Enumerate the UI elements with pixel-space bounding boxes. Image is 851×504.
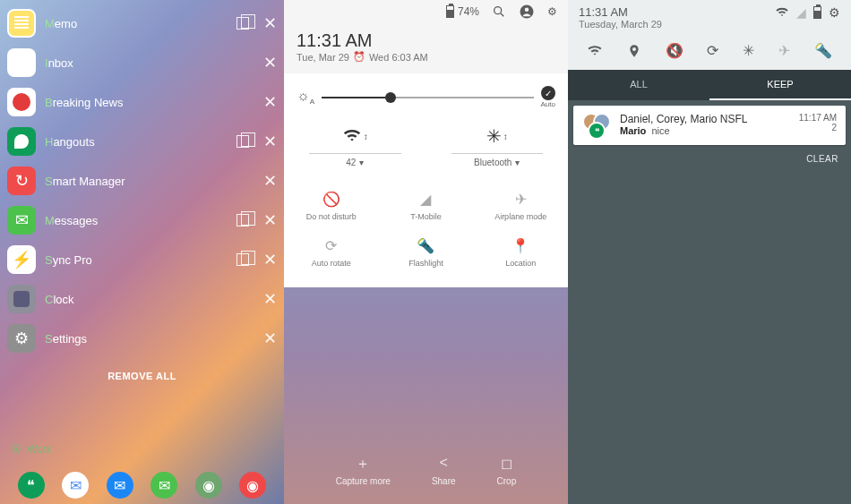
datetime-row[interactable]: 11:31 AM Tue, Mar 29 ⏰ Wed 6:03 AM bbox=[284, 23, 568, 73]
sound-toggle-icon[interactable]: 🔇 bbox=[666, 42, 683, 59]
recent-app-row[interactable]: Smart Manager✕ bbox=[7, 161, 277, 201]
location-toggle-icon[interactable] bbox=[627, 44, 641, 58]
close-icon[interactable]: ✕ bbox=[263, 92, 277, 112]
airplane-toggle-icon[interactable]: ✈ bbox=[778, 42, 790, 59]
app-icon bbox=[7, 206, 36, 235]
qs-tile-icon: 🚫 bbox=[284, 189, 379, 209]
multiwindow-icon[interactable] bbox=[236, 214, 249, 226]
wifi-value: 42 bbox=[346, 158, 356, 167]
auto-brightness-toggle[interactable]: ✓ bbox=[541, 86, 555, 100]
notification-message: nice bbox=[651, 125, 669, 136]
multiwindow-icon[interactable] bbox=[236, 253, 249, 266]
remove-all-button[interactable]: REMOVE ALL bbox=[0, 371, 284, 381]
status-bar: 74% ⚙ bbox=[284, 0, 568, 23]
notification-card[interactable]: ❝ Daniel, Corey, Mario NSFL Mario nice 1… bbox=[573, 106, 846, 145]
bluetooth-icon: ✳↕ bbox=[426, 123, 569, 149]
brightness-row: ☼A ✓ Auto bbox=[284, 73, 568, 119]
quick-toggle-row: 🔇 ⟳ ✳ ✈ 🔦 bbox=[568, 33, 851, 70]
close-icon[interactable]: ✕ bbox=[263, 13, 277, 33]
app-icon bbox=[7, 285, 36, 313]
flashlight-toggle-icon[interactable]: 🔦 bbox=[814, 42, 832, 59]
recent-app-row[interactable]: Breaking News✕ bbox=[7, 82, 277, 122]
rotation-toggle-icon[interactable]: ⟳ bbox=[707, 42, 718, 59]
chevron-down-icon: ▾ bbox=[515, 158, 520, 167]
qs-tile-icon: 📍 bbox=[473, 235, 568, 255]
qs-tile[interactable]: ◢T-Mobile bbox=[379, 182, 474, 228]
dock-inbox-icon[interactable]: ✉ bbox=[62, 472, 89, 499]
qs-tile-icon: ✈ bbox=[473, 189, 568, 209]
dock-app5-icon[interactable]: ◉ bbox=[195, 472, 222, 499]
app-icon bbox=[7, 48, 36, 77]
qs-tile-icon: ⟳ bbox=[284, 235, 379, 255]
wifi-tile[interactable]: ↕ 42▾ bbox=[284, 123, 426, 167]
close-icon[interactable]: ✕ bbox=[263, 250, 277, 269]
close-icon[interactable]: ✕ bbox=[263, 53, 277, 73]
clear-button[interactable]: CLEAR bbox=[568, 145, 851, 173]
app-label: Breaking News bbox=[45, 96, 123, 109]
user-icon[interactable] bbox=[519, 4, 535, 20]
close-icon[interactable]: ✕ bbox=[263, 132, 277, 151]
app-icon bbox=[7, 245, 36, 274]
capture-more-button[interactable]: ＋ Capture more bbox=[336, 455, 391, 486]
close-icon[interactable]: ✕ bbox=[263, 329, 277, 348]
recent-app-row[interactable]: Inbox✕ bbox=[7, 43, 277, 82]
recent-app-row[interactable]: Sync Pro✕ bbox=[7, 240, 277, 279]
crop-label: Crop bbox=[497, 476, 517, 486]
multiwindow-icon[interactable] bbox=[236, 17, 249, 30]
qs-tile[interactable]: 🚫Do not disturb bbox=[284, 182, 379, 228]
share-icon: < bbox=[432, 455, 456, 473]
search-icon[interactable] bbox=[492, 4, 506, 19]
tab-all[interactable]: ALL bbox=[568, 70, 709, 100]
recent-app-row[interactable]: Clock✕ bbox=[7, 279, 277, 319]
qs-tile-label: Do not disturb bbox=[284, 212, 379, 221]
qs-tile[interactable]: 📍Location bbox=[473, 228, 568, 275]
recent-app-row[interactable]: Hangouts✕ bbox=[7, 122, 277, 161]
app-icon bbox=[7, 88, 36, 116]
qs-tile-label: Auto rotate bbox=[284, 259, 379, 268]
wifi-toggle-icon[interactable] bbox=[587, 43, 603, 59]
briefcase-icon: ⦿ bbox=[11, 443, 21, 456]
qs-tile[interactable]: ⟳Auto rotate bbox=[284, 228, 379, 275]
brightness-slider[interactable] bbox=[322, 97, 534, 98]
notification-count: 2 bbox=[799, 123, 837, 132]
plus-icon: ＋ bbox=[336, 455, 391, 473]
bluetooth-tile[interactable]: ✳↕ Bluetooth▾ bbox=[426, 123, 569, 167]
settings-gear-icon[interactable]: ⚙ bbox=[829, 5, 840, 20]
dock-messenger-icon[interactable]: ✉ bbox=[107, 472, 133, 499]
signal-icon: ◢ bbox=[796, 5, 806, 20]
notification-sender: Mario bbox=[620, 125, 646, 136]
app-icon bbox=[7, 324, 36, 353]
app-icon bbox=[7, 9, 36, 38]
app-label: Messages bbox=[45, 214, 98, 227]
recent-app-row[interactable]: Settings✕ bbox=[7, 319, 277, 358]
recent-app-row[interactable]: Messages✕ bbox=[7, 201, 277, 240]
hangouts-badge-icon: ❝ bbox=[588, 122, 606, 140]
brightness-icon: ☼A bbox=[297, 88, 314, 106]
dock-hangouts-icon[interactable]: ❝ bbox=[18, 472, 45, 499]
share-button[interactable]: < Share bbox=[432, 455, 456, 486]
close-icon[interactable]: ✕ bbox=[263, 171, 277, 191]
svg-line-1 bbox=[501, 13, 503, 16]
settings-gear-icon[interactable]: ⚙ bbox=[547, 5, 557, 18]
qs-tile[interactable]: ✈Airplane mode bbox=[473, 182, 568, 228]
auto-brightness-label: Auto bbox=[541, 100, 555, 108]
recent-app-row[interactable]: Memo✕ bbox=[7, 4, 277, 43]
qs-tile-label: Airplane mode bbox=[473, 212, 568, 221]
dock-pocketcasts-icon[interactable]: ◉ bbox=[239, 472, 266, 499]
qs-tile-label: Location bbox=[473, 259, 568, 268]
multiwindow-icon[interactable] bbox=[236, 135, 249, 148]
bluetooth-toggle-icon[interactable]: ✳ bbox=[743, 42, 754, 59]
tab-keep[interactable]: KEEP bbox=[709, 70, 851, 100]
qs-tile[interactable]: 🔦Flashlight bbox=[379, 228, 474, 275]
screenshot-actions: ＋ Capture more < Share ◻ Crop bbox=[284, 455, 568, 486]
work-shortcut[interactable]: ⦿ Work bbox=[11, 443, 52, 456]
dock-messages-icon[interactable]: ✉ bbox=[150, 472, 177, 499]
close-icon[interactable]: ✕ bbox=[263, 289, 277, 309]
app-label: Clock bbox=[45, 293, 74, 306]
qs-alarm: Wed 6:03 AM bbox=[369, 52, 428, 63]
crop-button[interactable]: ◻ Crop bbox=[497, 455, 517, 486]
battery-percent: 74% bbox=[458, 5, 479, 18]
notification-title: Daniel, Corey, Mario NSFL bbox=[620, 113, 799, 125]
svg-point-3 bbox=[525, 8, 529, 13]
close-icon[interactable]: ✕ bbox=[263, 210, 277, 230]
